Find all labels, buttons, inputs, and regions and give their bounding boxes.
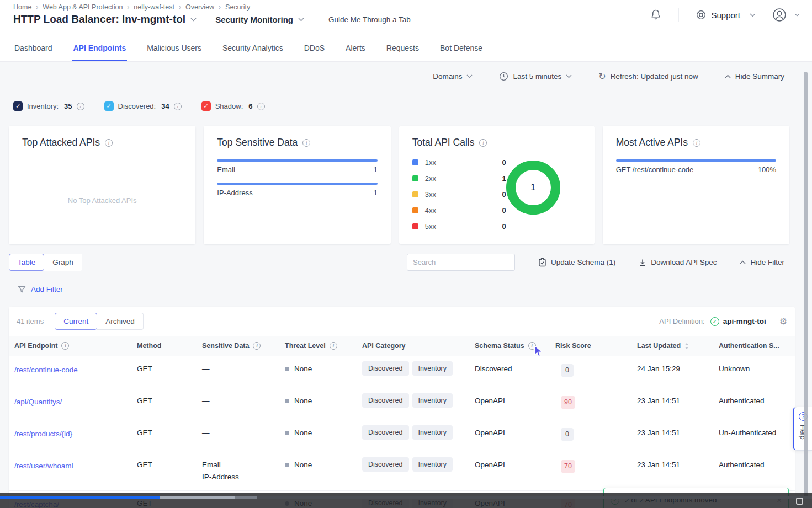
chevron-down-icon — [298, 18, 304, 22]
column-header-method[interactable]: Method — [137, 342, 202, 350]
table-row-rest-products-id[interactable]: /rest/products/{id}GET—NoneDiscoveredInv… — [9, 420, 795, 452]
threat-level-cell: None — [285, 397, 362, 405]
sensitive-data-value: 1 — [373, 189, 377, 197]
domains-dropdown[interactable]: Domains — [433, 72, 473, 81]
filter-chip-discovered[interactable]: ✓Discovered:34i — [104, 101, 182, 111]
sensitive-data-label: Email — [217, 165, 235, 174]
info-icon[interactable]: i — [61, 342, 69, 350]
info-icon[interactable]: i — [330, 342, 337, 350]
guide-me-link[interactable]: Guide Me Through a Tab — [328, 15, 411, 24]
state-current[interactable]: Current — [55, 313, 97, 330]
filter-label: Inventory: — [27, 102, 59, 110]
info-icon[interactable]: i — [253, 342, 261, 350]
threat-dot — [285, 431, 289, 435]
fullscreen-icon[interactable] — [796, 498, 803, 505]
account-menu[interactable] — [772, 8, 800, 22]
help-tab[interactable]: ? Help — [793, 407, 812, 451]
column-header-last-updated[interactable]: Last Updated — [637, 342, 719, 350]
tab-alerts[interactable]: Alerts — [344, 34, 367, 61]
info-icon[interactable]: i — [257, 103, 265, 110]
info-icon[interactable]: i — [693, 139, 700, 147]
column-header-api-endpoint[interactable]: API Endpointi — [14, 342, 137, 350]
category-pill-inventory: Inventory — [412, 361, 453, 376]
tab-ddos[interactable]: DDoS — [303, 34, 326, 61]
filter-label: Shadow: — [215, 102, 243, 110]
legend-value: 0 — [502, 206, 506, 215]
tab-malicious-users[interactable]: Malicious Users — [146, 34, 203, 61]
table-row-rest-user-whoami[interactable]: /rest/user/whoamiGETEmailIP-AddressNoneD… — [9, 452, 795, 491]
hide-filter-toggle[interactable]: Hide Filter — [740, 258, 784, 266]
api-definition-value[interactable]: ✓ api-mngt-toi — [710, 317, 766, 326]
breadcrumb-item-home[interactable]: Home — [13, 3, 31, 11]
column-header-threat-level[interactable]: Threat Leveli — [285, 342, 362, 350]
info-icon[interactable]: i — [77, 103, 84, 110]
table-column-headers: API EndpointiMethodSensitive DataiThreat… — [9, 336, 795, 356]
checkbox-shadow[interactable]: ✓ — [201, 101, 211, 111]
sort-icon[interactable] — [684, 343, 689, 350]
view-table[interactable]: Table — [9, 254, 44, 271]
sensitive-data-cell: EmailIP-Address — [202, 461, 285, 481]
checkbox-inventory[interactable]: ✓ — [13, 101, 23, 111]
view-graph[interactable]: Graph — [44, 254, 82, 271]
progress-buffered-2[interactable] — [235, 496, 257, 499]
sensitive-data-cell: — — [202, 397, 285, 405]
most-active-api-value: 100% — [758, 165, 776, 174]
column-header-risk-score[interactable]: Risk Score — [555, 342, 637, 350]
progress-remaining[interactable] — [257, 496, 812, 499]
filter-chip-inventory[interactable]: ✓Inventory:35i — [13, 101, 84, 111]
download-api-spec-button[interactable]: Download API Spec — [639, 258, 717, 266]
info-icon[interactable]: i — [105, 139, 113, 147]
table-row-rest-continue-code[interactable]: /rest/continue-codeGET—NoneDiscoveredInv… — [9, 356, 795, 388]
breadcrumb-item-overview[interactable]: Overview — [185, 3, 214, 11]
tab-api-endpoints[interactable]: API Endpoints — [72, 34, 128, 61]
sensitive-data-cell: — — [202, 429, 285, 437]
bar-chart-bar — [616, 159, 776, 162]
notifications-bell-icon[interactable] — [650, 9, 662, 21]
breadcrumb-item-security[interactable]: Security — [225, 3, 250, 11]
column-header-api-category[interactable]: API Category — [362, 342, 475, 350]
support-menu[interactable]: Support — [696, 9, 756, 20]
tab-requests[interactable]: Requests — [385, 34, 420, 61]
api-category-cell: DiscoveredInventory — [362, 425, 475, 440]
authentication-cell: Authenticated — [719, 397, 795, 405]
hide-summary-toggle[interactable]: Hide Summary — [725, 72, 784, 81]
info-icon[interactable]: i — [479, 139, 487, 147]
time-range-dropdown[interactable]: Last 5 minutes — [499, 72, 572, 81]
info-icon[interactable]: i — [174, 103, 182, 110]
column-header-sensitive-data[interactable]: Sensitive Datai — [202, 342, 285, 350]
breadcrumb-item-nelly-waf-test[interactable]: nelly-waf-test — [134, 3, 174, 11]
endpoint-link[interactable]: /rest/products/{id} — [14, 430, 72, 438]
endpoint-link[interactable]: /rest/continue-code — [14, 366, 78, 374]
endpoint-link[interactable]: /rest/user/whoami — [14, 462, 73, 470]
update-schema-button[interactable]: Update Schema (1) — [538, 258, 615, 267]
tab-dashboard[interactable]: Dashboard — [13, 34, 54, 61]
legend-value: 0 — [502, 190, 506, 199]
view-toggle: TableGraph — [9, 254, 82, 271]
gear-icon[interactable]: ⚙ — [779, 316, 787, 327]
risk-score-cell: 70 — [555, 461, 637, 473]
tab-security-analytics[interactable]: Security Analytics — [221, 34, 284, 61]
progress-played[interactable] — [0, 496, 160, 499]
progress-buffered[interactable] — [160, 496, 235, 499]
breadcrumb-item-web-app-api-protection[interactable]: Web App & API Protection — [43, 3, 123, 11]
table-row-api-quantitys[interactable]: /api/Quantitys/GET—NoneDiscoveredInvento… — [9, 388, 795, 420]
monitoring-dropdown[interactable]: Security Monitoring — [215, 15, 304, 24]
column-header-authentication-s[interactable]: Authentication S... — [719, 342, 795, 350]
refresh-button[interactable]: ↻ Refresh: Updated just now — [598, 72, 698, 81]
search-input[interactable] — [407, 254, 515, 271]
video-player-bar — [0, 493, 812, 508]
card-top-attacked-apis: Top Attacked APIs i No Top Attacked APIs — [9, 126, 195, 244]
add-filter-button[interactable]: Add Filter — [18, 285, 63, 293]
card-title: Most Active APIs — [616, 137, 688, 148]
empty-state-text: No Top Attacked APIs — [9, 196, 195, 205]
info-icon[interactable]: i — [302, 139, 310, 147]
risk-score-badge: 0 — [561, 364, 574, 377]
tab-bot-defense[interactable]: Bot Defense — [439, 34, 484, 61]
state-archived[interactable]: Archived — [97, 313, 144, 330]
filter-chip-shadow[interactable]: ✓Shadow:6i — [201, 101, 265, 111]
chevron-down-icon[interactable] — [190, 18, 197, 22]
scrollbar-thumb[interactable] — [804, 72, 808, 498]
endpoint-link[interactable]: /api/Quantitys/ — [14, 398, 62, 406]
risk-score-cell: 0 — [555, 365, 637, 377]
checkbox-discovered[interactable]: ✓ — [104, 101, 114, 111]
